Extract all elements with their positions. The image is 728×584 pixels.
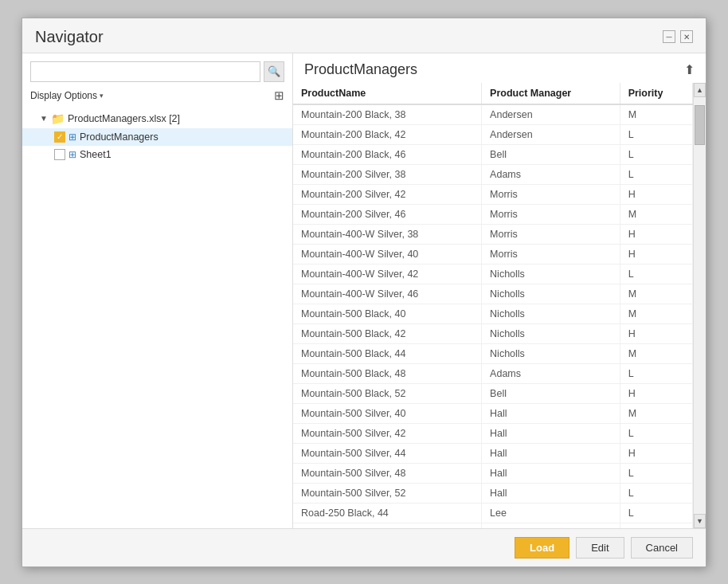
right-panel: ProductManagers ⬆ ProductName Product Ma… (293, 53, 706, 528)
minimize-button[interactable]: ─ (663, 30, 675, 43)
folder-icon: 📁 (51, 112, 65, 125)
load-button[interactable]: Load (515, 537, 569, 559)
checkbox-sheet1[interactable] (54, 149, 65, 160)
table-cell: H (620, 323, 692, 343)
table-cell: H (620, 184, 692, 204)
close-button[interactable]: ✕ (680, 30, 693, 43)
table-row: Mountain-400-W Silver, 46NichollsM (293, 284, 693, 304)
scroll-track (694, 97, 706, 514)
scrollbar: ▲ ▼ (693, 83, 706, 528)
table-row: Mountain-500 Silver, 44HallH (293, 443, 693, 463)
scroll-thumb[interactable] (695, 105, 705, 145)
table-cell: Hall (482, 463, 620, 483)
table-cell: Mountain-200 Black, 42 (293, 124, 482, 144)
table-header-row: ProductName Product Manager Priority (293, 83, 693, 104)
window-controls: ─ ✕ (663, 30, 693, 43)
item-label-product-managers: ProductManagers (80, 131, 159, 143)
edit-button[interactable]: Edit (576, 537, 624, 559)
preview-icon-button[interactable]: ⬆ (684, 62, 695, 77)
data-scroll-area[interactable]: ProductName Product Manager Priority Mou… (293, 83, 693, 528)
table-row: Mountain-500 Black, 40NichollsM (293, 304, 693, 323)
table-cell: M (620, 284, 692, 304)
table-cell: Mountain-500 Black, 40 (293, 304, 482, 323)
table-cell: Mountain-200 Silver, 38 (293, 164, 482, 184)
scroll-down-button[interactable]: ▼ (694, 514, 706, 528)
table-cell: M (620, 304, 692, 323)
table-row: Mountain-500 Silver, 40HallM (293, 403, 693, 423)
dialog-footer: Load Edit Cancel (22, 528, 706, 566)
table-cell: Morris (482, 204, 620, 224)
table-row: Mountain-400-W Silver, 40MorrisH (293, 244, 693, 264)
table-cell: Mountain-500 Black, 52 (293, 383, 482, 403)
search-input[interactable] (30, 61, 260, 82)
table-cell: Mountain-500 Silver, 48 (293, 463, 482, 483)
scroll-up-button[interactable]: ▲ (694, 83, 706, 97)
table-row: Mountain-500 Black, 42NichollsH (293, 323, 693, 343)
table-row: Mountain-200 Silver, 46MorrisM (293, 204, 693, 224)
table-row: Road-250 Black, 44LeeL (293, 503, 693, 523)
table-cell: Morris (482, 244, 620, 264)
table-cell: Andersen (482, 104, 620, 125)
table-cell: Andersen (482, 124, 620, 144)
table-row: Mountain-500 Silver, 48HallL (293, 463, 693, 483)
table-cell: Hall (482, 483, 620, 503)
table-cell: Mountain-500 Black, 44 (293, 343, 482, 363)
table-row: Mountain-200 Silver, 42MorrisH (293, 184, 693, 204)
table-view-button[interactable]: ⊞ (274, 88, 284, 103)
table-cell: L (620, 363, 692, 383)
table-cell: L (620, 124, 692, 144)
table-container: ProductName Product Manager Priority Mou… (293, 83, 706, 528)
table-cell: Road-250 Black, 44 (293, 503, 482, 523)
table-cell: H (620, 383, 692, 403)
table-row: Mountain-200 Silver, 38AdamsL (293, 164, 693, 184)
table-cell: Morris (482, 184, 620, 204)
table-cell: Mountain-200 Black, 46 (293, 144, 482, 164)
table-icon: ⊞ (274, 88, 284, 102)
table-cell: Mountain-200 Silver, 42 (293, 184, 482, 204)
tree-file-node[interactable]: ▼ 📁 ProductManagers.xlsx [2] (22, 109, 292, 128)
dialog-body: 🔍 Display Options ▾ ⊞ ▼ 📁 Produ (22, 53, 706, 528)
tree-item-product-managers[interactable]: ✓ ⊞ ProductManagers (22, 128, 292, 146)
display-options-bar: Display Options ▾ ⊞ (22, 87, 292, 108)
cancel-button[interactable]: Cancel (631, 537, 693, 559)
table-cell: L (620, 264, 692, 284)
tree-area: ▼ 📁 ProductManagers.xlsx [2] ✓ ⊞ Product… (22, 108, 292, 528)
table-cell: L (620, 164, 692, 184)
table-row: Mountain-500 Silver, 42HallL (293, 423, 693, 443)
table-cell: Nicholls (482, 284, 620, 304)
table-cell: Adams (482, 363, 620, 383)
table-cell: Mountain-200 Black, 38 (293, 104, 482, 125)
table-cell: Mountain-500 Black, 48 (293, 363, 482, 383)
table-row: Mountain-500 Black, 52BellH (293, 383, 693, 403)
col-header-product-manager: Product Manager (482, 83, 620, 104)
table-row: Mountain-400-W Silver, 42NichollsL (293, 264, 693, 284)
table-cell: Mountain-400-W Silver, 38 (293, 224, 482, 244)
search-icon: 🔍 (268, 65, 280, 77)
table-cell: Nicholls (482, 264, 620, 284)
search-button[interactable]: 🔍 (264, 61, 284, 82)
table-icon-product-managers: ⊞ (68, 131, 76, 143)
checkbox-product-managers[interactable]: ✓ (54, 131, 65, 143)
table-cell: L (620, 423, 692, 443)
table-cell: H (620, 244, 692, 264)
table-row: Mountain-500 Black, 44NichollsM (293, 343, 693, 363)
display-options-label: Display Options (30, 90, 97, 101)
table-cell: M (620, 343, 692, 363)
table-cell: Bell (482, 383, 620, 403)
table-cell: Mountain-500 Silver, 40 (293, 403, 482, 423)
search-bar: 🔍 (22, 53, 292, 87)
tree-item-sheet1[interactable]: ⊞ Sheet1 (22, 146, 292, 163)
table-cell: Mountain-400-W Silver, 40 (293, 244, 482, 264)
table-row: Mountain-400-W Silver, 38MorrisH (293, 224, 693, 244)
table-cell: Mountain-500 Silver, 52 (293, 483, 482, 503)
table-cell: H (620, 224, 692, 244)
table-cell: Nicholls (482, 323, 620, 343)
col-header-product-name: ProductName (293, 83, 482, 104)
table-cell: Hall (482, 403, 620, 423)
display-options-button[interactable]: Display Options ▾ (30, 90, 104, 101)
table-cell: Mountain-200 Silver, 46 (293, 204, 482, 224)
table-cell: L (620, 503, 692, 523)
chevron-down-icon: ▾ (100, 92, 104, 100)
table-row: Mountain-200 Black, 42AndersenL (293, 124, 693, 144)
table-cell: Nicholls (482, 304, 620, 323)
